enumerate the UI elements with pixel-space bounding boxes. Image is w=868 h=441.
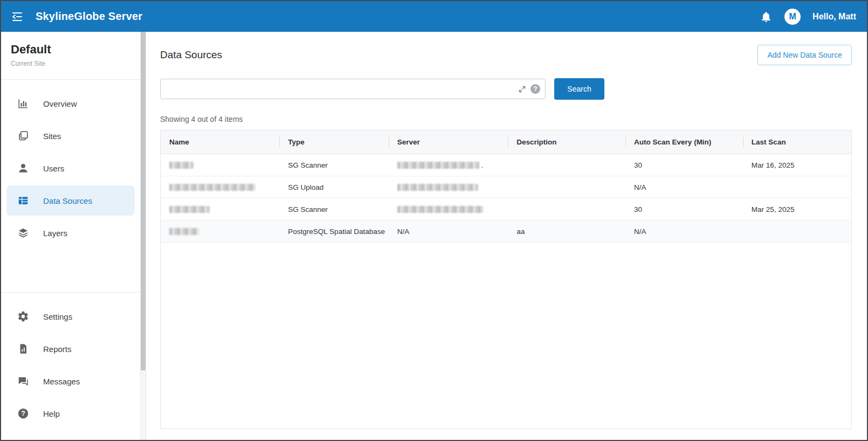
search-input[interactable] bbox=[160, 79, 546, 99]
sidebar: Default Current Site OverviewSitesUsersD… bbox=[1, 32, 140, 440]
table-row[interactable]: SG Scanner30Mar 25, 2025 bbox=[161, 198, 851, 220]
user-greeting: Hello, Matt bbox=[812, 12, 856, 22]
table-cell bbox=[161, 154, 279, 176]
table-cell bbox=[161, 176, 279, 198]
search-help-icon[interactable]: ? bbox=[531, 84, 540, 94]
sidebar-item-help[interactable]: ?Help bbox=[6, 398, 135, 429]
sidebar-nav-footer: SettingsReportsMessages?Help bbox=[1, 299, 140, 431]
sidebar-item-messages[interactable]: Messages bbox=[6, 366, 135, 396]
sidebar-item-data-sources[interactable]: Data Sources bbox=[6, 185, 135, 216]
sidebar-nav-main: OverviewSitesUsersData SourcesLayers bbox=[1, 86, 140, 250]
app-title: SkylineGlobe Server bbox=[36, 10, 142, 23]
chart-icon bbox=[17, 98, 29, 109]
table-cell: SG Upload bbox=[279, 176, 388, 198]
column-header: Auto Scan Every (Min) bbox=[625, 130, 743, 154]
column-header: Type bbox=[279, 130, 388, 154]
sidebar-item-label: Data Sources bbox=[43, 196, 92, 205]
sidebar-scrollbar-track[interactable] bbox=[140, 32, 146, 440]
gear-icon bbox=[17, 311, 29, 322]
table-cell: 30 bbox=[625, 198, 743, 220]
sidebar-item-overview[interactable]: Overview bbox=[6, 88, 135, 119]
redacted-text bbox=[169, 206, 210, 213]
page-title: Data Sources bbox=[160, 49, 222, 61]
data-sources-table-container: NameTypeServerDescriptionAuto Scan Every… bbox=[160, 130, 852, 429]
table-cell: N/A bbox=[625, 176, 743, 198]
table-cell bbox=[508, 198, 625, 220]
results-summary: Showing 4 out of 4 items bbox=[160, 115, 852, 123]
table-cell bbox=[161, 198, 279, 220]
data-grid-icon bbox=[17, 195, 29, 206]
sidebar-item-label: Messages bbox=[43, 377, 80, 386]
table-cell: SG Scanner bbox=[279, 154, 388, 176]
table-cell bbox=[508, 176, 625, 198]
sidebar-item-settings[interactable]: Settings bbox=[6, 301, 135, 332]
table-cell: SG Scanner bbox=[279, 198, 388, 220]
redacted-text bbox=[397, 184, 478, 191]
table-cell bbox=[389, 198, 508, 220]
table-cell bbox=[508, 154, 625, 176]
table-cell bbox=[743, 220, 851, 243]
sidebar-item-label: Settings bbox=[43, 312, 72, 321]
table-cell: . bbox=[389, 154, 508, 176]
column-header: Name bbox=[161, 130, 279, 154]
search-button[interactable]: Search bbox=[554, 78, 604, 100]
table-row[interactable]: SG UploadN/A bbox=[161, 176, 851, 198]
sidebar-scrollbar-thumb[interactable] bbox=[141, 32, 146, 370]
user-avatar[interactable]: M bbox=[784, 9, 801, 25]
table-cell: PostgreSQL Spatial Database bbox=[279, 220, 388, 243]
sidebar-divider bbox=[1, 79, 140, 80]
sites-copy-icon bbox=[17, 130, 29, 142]
table-cell: N/A bbox=[625, 220, 743, 243]
help-icon: ? bbox=[17, 408, 29, 419]
sidebar-item-users[interactable]: Users bbox=[6, 153, 135, 183]
sidebar-item-label: Reports bbox=[43, 344, 72, 354]
main-content: Data Sources Add New Data Source ? bbox=[146, 32, 867, 440]
table-cell: Mar 25, 2025 bbox=[743, 198, 851, 220]
current-site-name: Default bbox=[11, 43, 130, 57]
search-box: ? bbox=[160, 79, 546, 99]
redacted-text bbox=[397, 206, 484, 213]
redacted-text bbox=[169, 162, 194, 169]
table-cell: 30 bbox=[625, 154, 743, 176]
app-window: SkylineGlobe Server M Hello, Matt Defaul… bbox=[0, 0, 868, 441]
table-cell bbox=[389, 176, 508, 198]
table-cell bbox=[161, 220, 279, 243]
table-cell: N/A bbox=[389, 220, 508, 243]
sidebar-item-layers[interactable]: Layers bbox=[6, 218, 135, 248]
sidebar-divider bbox=[1, 292, 140, 293]
user-icon bbox=[17, 162, 29, 174]
redacted-text bbox=[397, 162, 479, 169]
sidebar-item-label: Sites bbox=[43, 132, 61, 141]
sidebar-item-label: Layers bbox=[43, 229, 67, 238]
report-icon bbox=[17, 343, 29, 355]
sidebar-item-reports[interactable]: Reports bbox=[6, 334, 135, 364]
column-header: Description bbox=[508, 130, 625, 154]
add-new-data-source-button[interactable]: Add New Data Source bbox=[757, 45, 852, 65]
data-sources-table: NameTypeServerDescriptionAuto Scan Every… bbox=[161, 130, 851, 243]
table-cell bbox=[743, 176, 851, 198]
table-row[interactable]: PostgreSQL Spatial DatabaseN/AaaN/A bbox=[161, 220, 851, 243]
sidebar-item-label: Help bbox=[43, 409, 60, 418]
notifications-bell-icon[interactable] bbox=[760, 10, 773, 23]
table-cell: aa bbox=[508, 220, 625, 243]
redacted-text bbox=[169, 184, 256, 191]
table-cell: Mar 16, 2025 bbox=[743, 154, 851, 176]
top-bar: SkylineGlobe Server M Hello, Matt bbox=[1, 1, 867, 32]
sidebar-item-sites[interactable]: Sites bbox=[6, 121, 135, 151]
column-header: Server bbox=[389, 130, 508, 154]
table-header-row: NameTypeServerDescriptionAuto Scan Every… bbox=[161, 130, 851, 154]
messages-icon bbox=[17, 375, 29, 387]
sidebar-item-label: Overview bbox=[43, 99, 77, 108]
menu-collapse-icon[interactable] bbox=[10, 9, 25, 24]
svg-text:?: ? bbox=[21, 410, 25, 417]
sidebar-item-label: Users bbox=[43, 164, 64, 173]
current-site-subtitle: Current Site bbox=[11, 60, 130, 67]
layers-icon bbox=[17, 227, 29, 239]
table-row[interactable]: SG Scanner .30Mar 16, 2025 bbox=[161, 154, 851, 176]
column-header: Last Scan bbox=[743, 130, 851, 154]
redacted-text bbox=[169, 228, 199, 235]
expand-search-icon[interactable] bbox=[518, 85, 526, 93]
